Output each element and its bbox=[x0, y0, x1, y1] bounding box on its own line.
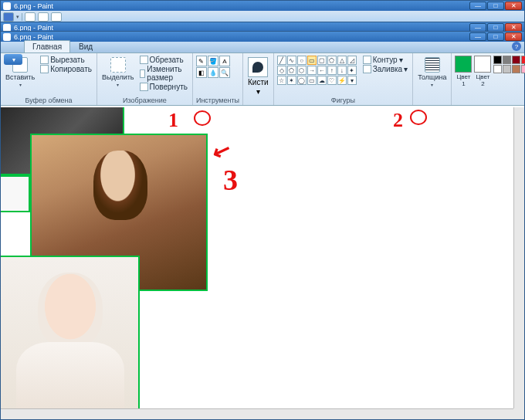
close-button[interactable]: ✕ bbox=[505, 2, 522, 10]
tool-grid: ✎ 🪣 A ◧ 💧 🔍 bbox=[196, 56, 230, 78]
scrollbar-vertical[interactable] bbox=[513, 107, 524, 408]
shape-curve[interactable]: ∿ bbox=[287, 56, 296, 65]
help-button[interactable]: ? bbox=[512, 42, 521, 51]
minimize-button[interactable]: — bbox=[469, 32, 486, 41]
group-label: Буфер обмена bbox=[4, 96, 93, 105]
color2-swatch bbox=[474, 56, 491, 73]
group-label bbox=[246, 97, 270, 107]
paint-menu-button[interactable] bbox=[4, 54, 22, 65]
palette-color[interactable] bbox=[503, 56, 511, 64]
paint-icon bbox=[3, 33, 11, 41]
picker-tool[interactable]: 💧 bbox=[208, 67, 218, 78]
shape-pentagon[interactable]: ⬠ bbox=[287, 66, 296, 75]
palette-color[interactable] bbox=[493, 65, 502, 73]
palette-color[interactable] bbox=[521, 56, 525, 64]
tab-view[interactable]: Вид bbox=[70, 40, 101, 52]
pencil-tool[interactable]: ✎ bbox=[196, 56, 207, 66]
group-label: Инструменты bbox=[196, 96, 239, 105]
palette-color[interactable] bbox=[521, 65, 525, 73]
paint-menu-icon[interactable] bbox=[3, 12, 14, 22]
shape-callout-cloud[interactable]: ☁ bbox=[317, 76, 327, 85]
color1-label: Цвет 1 bbox=[455, 73, 472, 87]
shape-star4[interactable]: ✦ bbox=[347, 66, 357, 75]
outline-label: Контур bbox=[373, 56, 398, 64]
minimize-button[interactable]: — bbox=[469, 2, 486, 10]
copy-label: Копировать bbox=[50, 65, 92, 73]
fill-tool[interactable]: 🪣 bbox=[208, 56, 218, 66]
annotation-arrow: ↙ bbox=[209, 136, 235, 166]
paint-icon bbox=[3, 24, 11, 32]
palette-color[interactable] bbox=[503, 65, 511, 73]
shape-arrow-left[interactable]: ← bbox=[317, 66, 327, 75]
color2-label: Цвет 2 bbox=[474, 73, 491, 87]
fill-button[interactable]: Заливка ▾ bbox=[361, 65, 410, 73]
palette-color[interactable] bbox=[512, 56, 520, 64]
shape-more[interactable]: ▾ bbox=[347, 76, 357, 85]
photo-baby[interactable] bbox=[1, 256, 140, 408]
size-icon bbox=[425, 57, 440, 73]
shape-hexagon[interactable]: ⬡ bbox=[297, 66, 307, 75]
size-button[interactable]: Толщина ▾ bbox=[416, 56, 448, 89]
tab-home[interactable]: Главная bbox=[24, 40, 70, 52]
rotate-icon bbox=[140, 83, 148, 91]
shape-arrow-down[interactable]: ↓ bbox=[337, 66, 347, 75]
shape-arrow-right[interactable]: → bbox=[307, 66, 317, 75]
group-size: Толщина ▾ bbox=[413, 53, 452, 105]
rotate-label: Повернуть bbox=[150, 83, 188, 91]
dropdown-icon: ▾ bbox=[404, 65, 408, 73]
annotation-circle-1 bbox=[194, 110, 211, 126]
shape-rectangle[interactable]: ▭ bbox=[307, 56, 317, 65]
resize-icon bbox=[140, 69, 146, 78]
redo-icon[interactable] bbox=[51, 12, 62, 22]
shape-right-triangle[interactable]: ◿ bbox=[347, 56, 357, 65]
window-title: 6.png - Paint bbox=[14, 24, 469, 32]
outline-button[interactable]: Контур ▾ bbox=[361, 56, 410, 64]
resize-button[interactable]: Изменить размер bbox=[138, 65, 189, 82]
window-main: 6.png - Paint — □ ✕ Главная Вид ? Встави… bbox=[0, 31, 525, 420]
color-palette bbox=[493, 56, 525, 73]
titlebar[interactable]: 6.png - Paint — □ ✕ bbox=[1, 1, 524, 11]
brushes-button[interactable]: Кисти ▾ bbox=[246, 56, 270, 97]
palette-color[interactable] bbox=[512, 65, 520, 73]
ribbon-tabs: Главная Вид bbox=[1, 42, 524, 53]
select-button[interactable]: Выделить ▾ bbox=[100, 56, 136, 89]
shape-callout-round[interactable]: ◯ bbox=[297, 76, 307, 85]
shape-polygon[interactable]: ⬠ bbox=[327, 56, 337, 65]
zoom-tool[interactable]: 🔍 bbox=[219, 67, 230, 78]
undo-icon[interactable] bbox=[38, 12, 49, 22]
shape-oval[interactable]: ○ bbox=[297, 56, 307, 65]
select-label: Выделить bbox=[102, 73, 134, 81]
shape-roundrect[interactable]: ▢ bbox=[317, 56, 327, 65]
brush-icon bbox=[248, 57, 268, 77]
color2-button[interactable]: Цвет 2 bbox=[474, 56, 491, 87]
rotate-button[interactable]: Повернуть bbox=[138, 83, 189, 91]
photo-2[interactable] bbox=[1, 175, 30, 212]
shape-diamond[interactable]: ◇ bbox=[277, 66, 286, 75]
shape-line[interactable]: ╱ bbox=[277, 56, 286, 65]
scrollbar-horizontal[interactable] bbox=[1, 408, 513, 419]
text-tool[interactable]: A bbox=[219, 56, 230, 66]
maximize-button[interactable]: □ bbox=[487, 32, 504, 41]
dropdown-icon: ▾ bbox=[399, 56, 403, 64]
close-button[interactable]: ✕ bbox=[505, 32, 522, 41]
eraser-tool[interactable]: ◧ bbox=[196, 67, 207, 78]
shape-arrow-up[interactable]: ↑ bbox=[327, 66, 337, 75]
crop-button[interactable]: Обрезать bbox=[138, 56, 189, 64]
shape-callout-rect[interactable]: ▭ bbox=[307, 76, 317, 85]
shape-star6[interactable]: ✶ bbox=[287, 76, 296, 85]
shape-triangle[interactable]: △ bbox=[337, 56, 347, 65]
shape-lightning[interactable]: ⚡ bbox=[337, 76, 347, 85]
color1-button[interactable]: Цвет 1 bbox=[455, 56, 472, 87]
copy-button[interactable]: Копировать bbox=[39, 65, 93, 73]
maximize-button[interactable]: □ bbox=[487, 2, 504, 10]
canvas-area: 1 2 ↙ 3 bbox=[1, 107, 513, 408]
canvas[interactable]: 1 2 ↙ 3 bbox=[1, 107, 513, 408]
shape-heart[interactable]: ♡ bbox=[327, 76, 337, 85]
dropdown-icon: ▾ bbox=[256, 87, 260, 96]
shape-star5[interactable]: ☆ bbox=[277, 76, 286, 85]
qat-dropdown-icon[interactable]: ▾ bbox=[16, 14, 19, 20]
save-icon[interactable] bbox=[25, 12, 36, 22]
palette-color[interactable] bbox=[493, 56, 502, 64]
separator bbox=[22, 13, 22, 21]
cut-button[interactable]: Вырезать bbox=[39, 56, 93, 64]
